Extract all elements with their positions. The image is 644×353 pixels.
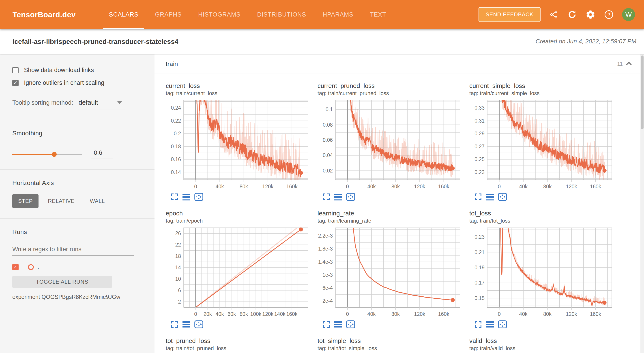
svg-text:0.1: 0.1: [326, 106, 333, 112]
chart-plot[interactable]: 0.240.220.20.180.160.14040k80k120k160k: [166, 99, 309, 191]
fit-domain-icon[interactable]: [346, 193, 355, 201]
svg-text:0.04: 0.04: [323, 152, 333, 158]
tab-text[interactable]: TEXT: [364, 0, 392, 29]
chart-tag: tag: train/current_pruned_loss: [318, 90, 461, 97]
chart-card: current_simple_losstag: train/current_si…: [469, 82, 613, 201]
svg-text:0.24: 0.24: [171, 105, 181, 111]
experiment-id-line: experiment QOGSPBgsR8KzcRMmie9JGw: [12, 294, 154, 300]
fit-domain-icon[interactable]: [498, 193, 507, 201]
chart-plot[interactable]: 2.2e-31.8e-31.4e-31e-36e-42e-4040k80k120…: [318, 226, 461, 318]
chart-tag: tag: train/current_simple_loss: [469, 90, 613, 97]
svg-text:0: 0: [346, 184, 349, 189]
svg-text:80k: 80k: [543, 311, 552, 317]
log-scale-toggle-icon[interactable]: [334, 193, 342, 201]
show-download-links-row[interactable]: Show data download links: [12, 67, 154, 74]
runs-label: Runs: [12, 228, 154, 236]
fullscreen-icon[interactable]: [322, 193, 330, 201]
settings-sidebar: Show data download links ✓ Ignore outlie…: [0, 54, 154, 353]
smoothing-slider[interactable]: [12, 154, 82, 155]
chart-actions: [469, 320, 613, 329]
svg-text:120k: 120k: [262, 184, 274, 189]
vertical-scrollbar[interactable]: [640, 54, 644, 353]
tooltip-sorting-value: default: [78, 99, 98, 106]
svg-text:0: 0: [346, 311, 349, 317]
log-scale-toggle-icon[interactable]: [334, 321, 342, 328]
svg-text:0.02: 0.02: [323, 168, 333, 174]
svg-text:80k: 80k: [240, 311, 248, 317]
train-group-count: 11: [617, 61, 623, 67]
svg-text:0.2: 0.2: [174, 131, 181, 136]
sidebar-divider: [0, 169, 154, 170]
fullscreen-icon[interactable]: [171, 321, 178, 328]
log-scale-toggle-icon[interactable]: [486, 321, 494, 328]
fullscreen-icon[interactable]: [474, 193, 482, 201]
log-scale-toggle-icon[interactable]: [182, 321, 190, 328]
share-icon[interactable]: [548, 9, 559, 20]
ignore-outliers-checkbox[interactable]: ✓: [12, 80, 18, 86]
svg-text:26: 26: [175, 230, 181, 236]
send-feedback-button[interactable]: SEND FEEDBACK: [478, 7, 540, 22]
scrollbar-thumb[interactable]: [641, 55, 644, 129]
chevron-down-icon: [117, 101, 122, 104]
ignore-outliers-row[interactable]: ✓ Ignore outliers in chart scaling: [12, 79, 154, 86]
fullscreen-icon[interactable]: [322, 321, 330, 328]
chart-plot[interactable]: 0.10.080.060.040.02040k80k120k160k: [318, 99, 461, 191]
chart-actions: [318, 193, 461, 201]
axis-relative-button[interactable]: RELATIVE: [42, 194, 80, 208]
svg-text:160k: 160k: [438, 311, 450, 317]
tab-distributions[interactable]: DISTRIBUTIONS: [251, 0, 312, 29]
smoothing-value[interactable]: 0.6: [91, 149, 113, 159]
svg-text:80k: 80k: [392, 184, 400, 189]
run-color-swatch: [28, 264, 34, 270]
show-download-links-checkbox[interactable]: [12, 67, 18, 73]
chart-card: current_pruned_losstag: train/current_pr…: [318, 82, 461, 201]
svg-text:0.22: 0.22: [171, 118, 181, 124]
tab-scalars[interactable]: SCALARS: [103, 0, 144, 29]
chart-card: tot_pruned_losstag: train/tot_pruned_los…: [166, 337, 309, 353]
chart-plot[interactable]: 0.230.210.190.170.15040k80k120k160k: [469, 226, 613, 318]
svg-text:0.27: 0.27: [474, 144, 484, 149]
run-checkbox[interactable]: ✓: [12, 264, 18, 270]
axis-wall-button[interactable]: WALL: [84, 194, 110, 208]
log-scale-toggle-icon[interactable]: [486, 193, 494, 201]
smoothing-slider-fill: [12, 154, 54, 155]
chart-card: tot_losstag: train/tot_loss0.230.210.190…: [469, 209, 613, 329]
train-group-header[interactable]: train 11: [154, 54, 644, 74]
tab-histograms[interactable]: HISTOGRAMS: [192, 0, 246, 29]
tab-hparams[interactable]: HPARAMS: [317, 0, 359, 29]
fit-domain-icon[interactable]: [194, 320, 203, 329]
fit-domain-icon[interactable]: [346, 320, 355, 329]
runs-filter-input[interactable]: [12, 245, 134, 256]
svg-text:100k: 100k: [250, 311, 261, 317]
chart-plot[interactable]: 0.330.310.290.270.250.23040k80k120k160k: [469, 99, 613, 191]
chart-tag: tag: train/current_loss: [166, 90, 309, 97]
refresh-icon[interactable]: [567, 9, 577, 20]
smoothing-slider-thumb[interactable]: [52, 152, 57, 157]
ignore-outliers-label: Ignore outliers in chart scaling: [24, 79, 104, 86]
fullscreen-icon[interactable]: [474, 321, 482, 328]
user-avatar[interactable]: W: [622, 8, 635, 21]
svg-text:0.17: 0.17: [474, 280, 484, 286]
settings-gear-icon[interactable]: [585, 9, 596, 20]
fit-domain-icon[interactable]: [194, 193, 203, 201]
svg-text:80k: 80k: [543, 184, 552, 189]
chevron-up-icon[interactable]: [626, 62, 632, 67]
toggle-all-runs-button[interactable]: TOGGLE ALL RUNS: [12, 276, 112, 288]
help-icon[interactable]: ?: [604, 9, 614, 20]
sidebar-divider: [0, 120, 154, 120]
tab-graphs[interactable]: GRAPHS: [149, 0, 188, 29]
svg-text:160k: 160k: [438, 184, 450, 189]
chart-plot[interactable]: 262218141062020k40k60k80k100k120k140k160…: [166, 226, 309, 318]
axis-step-button[interactable]: STEP: [12, 194, 38, 208]
run-row[interactable]: ✓ .: [12, 264, 154, 271]
chart-actions: [166, 193, 309, 201]
chart-tag: tag: train/tot_simple_loss: [318, 345, 461, 352]
fullscreen-icon[interactable]: [171, 193, 178, 201]
chart-title: tot_loss: [469, 209, 613, 217]
svg-text:160k: 160k: [286, 184, 298, 189]
svg-text:160k: 160k: [590, 311, 601, 317]
log-scale-toggle-icon[interactable]: [182, 193, 190, 201]
fit-domain-icon[interactable]: [498, 320, 507, 329]
app-header: TensorBoard.dev SCALARS GRAPHS HISTOGRAM…: [0, 0, 644, 29]
tooltip-sorting-select[interactable]: default: [78, 99, 125, 109]
